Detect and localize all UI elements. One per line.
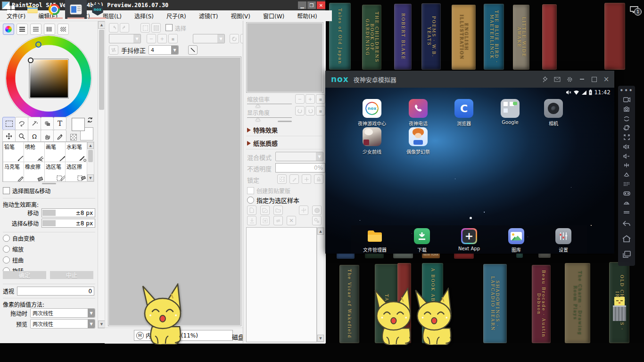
dock-settings[interactable]: 设置	[542, 228, 585, 253]
nav-zoom-reset-button[interactable]: ▪	[316, 94, 325, 104]
brush-airbrush[interactable]: 喷枪	[24, 142, 47, 164]
special-effects-header[interactable]: 特殊效果	[247, 125, 278, 134]
rotate-ccw-button[interactable]	[230, 34, 239, 43]
more-options-icon[interactable]: •••	[618, 86, 635, 95]
opacity-input[interactable]: 0%	[275, 163, 325, 173]
nav-rotate-ccw-button[interactable]	[295, 106, 305, 115]
zoom-tool[interactable]	[15, 130, 28, 143]
menu-window[interactable]: 窗口(W)	[263, 12, 284, 20]
taskbar-chrome[interactable]	[43, 0, 65, 19]
magic-wand-tool[interactable]	[28, 117, 41, 130]
brush-brush[interactable]: 画笔	[44, 142, 68, 164]
free-transform-radio[interactable]	[3, 235, 10, 242]
perspective-input[interactable]: 0	[17, 287, 94, 296]
sv-square[interactable]	[30, 59, 68, 98]
recent-apps-icon[interactable]	[618, 246, 635, 263]
stabilizer-dropdown[interactable]: 4▼	[149, 45, 179, 55]
new-folder-icon[interactable]	[273, 206, 283, 215]
folder-google[interactable]: Google	[489, 99, 531, 125]
pin-icon[interactable]	[539, 74, 551, 84]
cancel-button[interactable]: 中止	[50, 271, 93, 279]
minimize-button[interactable]: ▁	[298, 1, 306, 9]
move-distance-input[interactable]: ±8 px	[41, 208, 95, 217]
panel-splitter-handle[interactable]	[42, 183, 56, 184]
app-camera[interactable]: 相机	[533, 99, 574, 127]
brush-marker[interactable]: 马克笔	[3, 162, 26, 182]
settings-gear-icon[interactable]	[563, 74, 576, 84]
navigator-preview[interactable]	[246, 22, 323, 93]
script-record-icon[interactable]	[618, 180, 635, 189]
sv-cursor[interactable]	[28, 58, 33, 63]
rgb-slider-tab[interactable]	[17, 24, 28, 35]
nox-close-button[interactable]: ×	[600, 74, 612, 84]
select-move-distance-input[interactable]: ±8 px	[41, 219, 95, 228]
dock-download[interactable]: 下载	[401, 228, 443, 253]
virtual-key-icon[interactable]	[618, 170, 635, 180]
deselect-button[interactable]	[140, 23, 150, 33]
brush-eraser[interactable]: 橡皮擦	[24, 162, 47, 182]
scale-radio[interactable]	[3, 246, 10, 253]
transfer-down-icon[interactable]	[247, 216, 256, 225]
selection-sample-radio[interactable]	[247, 197, 254, 204]
new-linework-layer-icon[interactable]	[260, 206, 270, 215]
mixer-tab[interactable]	[44, 24, 55, 35]
brush-pencil[interactable]: 铅笔	[3, 142, 26, 164]
taskbar-file-explorer[interactable]	[22, 0, 43, 19]
nox-maximize-button[interactable]	[588, 74, 600, 84]
app-nox-game-center[interactable]: nox 夜神游戏中心	[351, 99, 393, 127]
zoom-out-button[interactable]: −	[147, 34, 156, 43]
dock-file-manager[interactable]: 文件管理器	[354, 228, 396, 253]
screenshot-icon[interactable]	[618, 105, 635, 114]
nav-angle-reset-button[interactable]: ▪	[316, 106, 325, 115]
merge-down-icon[interactable]	[260, 216, 270, 225]
dock-next-app[interactable]: + Next App	[448, 228, 490, 251]
gamepad-icon[interactable]	[618, 189, 635, 198]
brush-watercolor[interactable]: 水彩笔	[65, 142, 87, 164]
taskbar-sai[interactable]	[65, 0, 87, 19]
back-icon[interactable]	[618, 217, 635, 230]
speed-icon[interactable]	[618, 198, 635, 208]
line-tool-button[interactable]	[188, 45, 198, 55]
move-tool[interactable]	[2, 130, 16, 143]
fullscreen-icon[interactable]	[618, 132, 635, 142]
layers-scrollbar[interactable]: ▲ ▼	[317, 227, 324, 342]
color-wheel[interactable]	[6, 36, 91, 121]
selection-checkbox[interactable]	[165, 24, 173, 31]
volume-down-icon[interactable]	[618, 151, 635, 161]
clipping-mask-checkbox[interactable]	[247, 187, 254, 194]
blend-mode-dropdown[interactable]: ▼	[275, 152, 323, 161]
brush-select-pen[interactable]: 选区笔	[44, 162, 68, 182]
lock-all-icon[interactable]	[314, 174, 323, 184]
android-screen[interactable]: 11:42 nox 夜神游戏中心 夜神电话 C 浏览器	[325, 88, 614, 254]
taskbar-nox[interactable]: nox	[87, 0, 108, 19]
flip-horizontal-button[interactable]	[109, 45, 118, 55]
color-wheel-tab[interactable]	[3, 24, 14, 35]
rotate-tool[interactable]: Ω	[28, 130, 41, 143]
layer-mask-icon[interactable]	[312, 206, 322, 215]
brush-select-eraser[interactable]: 选区擦	[65, 162, 87, 182]
zoom-in-button[interactable]: +	[157, 34, 167, 43]
invert-selection-button[interactable]	[151, 23, 161, 33]
start-button[interactable]	[0, 0, 22, 19]
undo-button[interactable]	[109, 23, 118, 33]
action-center-button[interactable]: 1	[627, 3, 641, 16]
ok-button[interactable]: 确定	[3, 271, 46, 279]
lasso-tool[interactable]	[15, 117, 28, 130]
menu-filter[interactable]: 滤镜(T)	[199, 12, 218, 20]
nav-zoom-in-button[interactable]: +	[305, 94, 315, 104]
interp-preview-dropdown[interactable]: 两次线性▼	[30, 319, 95, 329]
zoom-reset-button[interactable]: ▪	[168, 34, 178, 43]
volume-up-icon[interactable]	[618, 142, 635, 151]
nox-minimize-button[interactable]	[576, 74, 588, 84]
app-girls-frontline[interactable]: 少女前线	[351, 127, 393, 155]
lock-pen-icon[interactable]	[289, 174, 299, 184]
sync-icon[interactable]	[618, 207, 635, 217]
interp-drag-dropdown[interactable]: 两次线性▼	[30, 308, 95, 318]
layers-list[interactable]	[246, 227, 317, 342]
brush-cell[interactable]	[3, 181, 26, 182]
primary-color-swatch[interactable]	[72, 118, 85, 131]
dock-gallery[interactable]: 图库	[495, 228, 537, 253]
feedback-mail-icon[interactable]	[551, 74, 563, 84]
copy-mask-icon[interactable]	[312, 216, 322, 225]
menu-ruler[interactable]: 尺子(R)	[166, 12, 186, 20]
